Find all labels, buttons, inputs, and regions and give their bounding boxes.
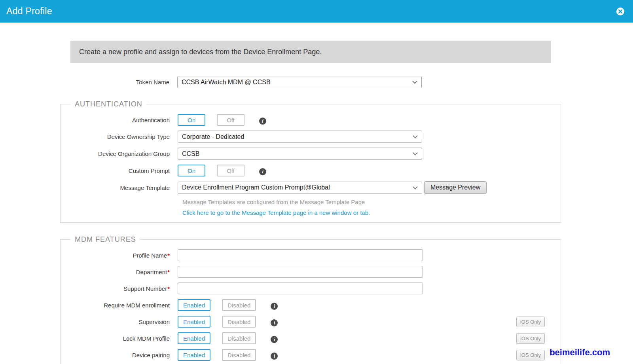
info-icon[interactable]: i bbox=[259, 118, 266, 125]
require-mdm-enrollment-row: Require MDM enrollment Enabled Disabled … bbox=[61, 299, 561, 311]
required-asterisk: * bbox=[167, 252, 170, 259]
token-name-label: Token Name bbox=[60, 79, 177, 85]
device-org-group-row: Device Organization Group CCSB bbox=[61, 148, 561, 160]
message-template-row: Message Template Device Enrollment Progr… bbox=[61, 181, 561, 194]
custom-prompt-label: Custom Prompt bbox=[61, 167, 178, 174]
authentication-label: Authentication bbox=[61, 117, 178, 123]
message-template-helper-text: Message Templates are configured from th… bbox=[61, 199, 561, 205]
profile-name-input[interactable] bbox=[178, 249, 423, 261]
device-ownership-row: Device Ownership Type Corporate - Dedica… bbox=[61, 131, 561, 143]
message-template-label: Message Template bbox=[61, 184, 178, 191]
support-number-label: Support Number* bbox=[61, 285, 178, 292]
message-template-link[interactable]: Click here to go to the Message Template… bbox=[61, 209, 561, 216]
info-icon[interactable]: i bbox=[259, 168, 266, 175]
info-banner: Create a new profile and assign to devic… bbox=[70, 41, 551, 63]
lock-mdm-disabled-button[interactable]: Disabled bbox=[222, 332, 256, 344]
authentication-on-button[interactable]: On bbox=[178, 114, 205, 126]
close-icon[interactable] bbox=[616, 7, 625, 16]
info-banner-text: Create a new profile and assign to devic… bbox=[79, 48, 322, 56]
message-template-select[interactable]: Device Enrollment Program Custom Prompt@… bbox=[178, 182, 422, 194]
authentication-row: Authentication On Off i bbox=[61, 114, 561, 126]
support-number-input[interactable] bbox=[178, 282, 423, 294]
device-org-group-selected-value: CCSB bbox=[182, 150, 199, 157]
supervision-row: Supervision Enabled Disabled i iOS Only bbox=[61, 316, 561, 328]
custom-prompt-row: Custom Prompt On Off i bbox=[61, 165, 561, 176]
support-number-row: Support Number* bbox=[61, 282, 561, 294]
lock-mdm-profile-label: Lock MDM Profile bbox=[61, 335, 178, 342]
require-mdm-disabled-button[interactable]: Disabled bbox=[222, 299, 256, 311]
mdm-features-legend: MDM FEATURES bbox=[71, 235, 140, 244]
device-ownership-label: Device Ownership Type bbox=[61, 133, 178, 140]
watermark: beimeilife.com bbox=[550, 347, 610, 358]
info-icon[interactable]: i bbox=[271, 319, 278, 326]
device-pairing-disabled-button[interactable]: Disabled bbox=[222, 349, 256, 361]
lock-mdm-enabled-button[interactable]: Enabled bbox=[178, 332, 210, 344]
department-row: Department* bbox=[61, 266, 561, 278]
required-asterisk: * bbox=[167, 285, 170, 292]
require-mdm-enabled-button[interactable]: Enabled bbox=[178, 299, 210, 311]
message-preview-button[interactable]: Message Preview bbox=[424, 181, 487, 194]
profile-name-label: Profile Name* bbox=[61, 252, 178, 259]
ios-only-badge: iOS Only bbox=[516, 350, 545, 360]
info-icon[interactable]: i bbox=[271, 303, 278, 310]
ios-only-badge: iOS Only bbox=[516, 333, 545, 344]
authentication-section: AUTHENTICATION Authentication On Off i D… bbox=[60, 100, 561, 223]
supervision-disabled-button[interactable]: Disabled bbox=[222, 316, 256, 328]
profile-name-row: Profile Name* bbox=[61, 249, 561, 261]
lock-mdm-profile-row: Lock MDM Profile Enabled Disabled i iOS … bbox=[61, 332, 561, 344]
ios-only-badge: iOS Only bbox=[516, 317, 545, 327]
supervision-label: Supervision bbox=[61, 318, 178, 325]
require-mdm-enrollment-label: Require MDM enrollment bbox=[61, 302, 178, 309]
required-asterisk: * bbox=[167, 269, 170, 275]
mdm-features-section: MDM FEATURES Profile Name* Department* S… bbox=[60, 235, 561, 364]
custom-prompt-on-button[interactable]: On bbox=[178, 165, 205, 176]
message-template-selected-value: Device Enrollment Program Custom Prompt@… bbox=[182, 184, 330, 191]
chevron-down-icon bbox=[412, 79, 417, 84]
department-input[interactable] bbox=[178, 266, 423, 278]
token-name-select[interactable]: CCSB AirWatch MDM @ CCSB bbox=[177, 76, 422, 88]
form-content: Token Name CCSB AirWatch MDM @ CCSB AUTH… bbox=[60, 76, 561, 364]
device-pairing-enabled-button[interactable]: Enabled bbox=[178, 349, 210, 361]
device-org-group-select[interactable]: CCSB bbox=[178, 148, 422, 160]
device-ownership-selected-value: Corporate - Dedicated bbox=[182, 133, 244, 140]
token-name-row: Token Name CCSB AirWatch MDM @ CCSB bbox=[60, 76, 561, 88]
header-bar: Add Profile bbox=[0, 0, 633, 23]
department-label: Department* bbox=[61, 269, 178, 275]
info-icon[interactable]: i bbox=[271, 336, 278, 343]
chevron-down-icon bbox=[413, 184, 418, 190]
token-name-selected-value: CCSB AirWatch MDM @ CCSB bbox=[182, 79, 271, 86]
page-title: Add Profile bbox=[6, 6, 52, 17]
authentication-legend: AUTHENTICATION bbox=[71, 100, 146, 108]
department-label-text: Department bbox=[136, 269, 167, 275]
chevron-down-icon bbox=[413, 150, 418, 155]
supervision-enabled-button[interactable]: Enabled bbox=[178, 316, 210, 328]
info-icon[interactable]: i bbox=[271, 353, 278, 360]
device-pairing-label: Device pairing bbox=[61, 352, 178, 358]
profile-name-label-text: Profile Name bbox=[133, 252, 167, 259]
device-org-group-label: Device Organization Group bbox=[61, 150, 178, 157]
chevron-down-icon bbox=[413, 133, 418, 138]
device-ownership-select[interactable]: Corporate - Dedicated bbox=[178, 131, 422, 143]
support-number-label-text: Support Number bbox=[123, 285, 167, 292]
custom-prompt-off-button[interactable]: Off bbox=[217, 165, 244, 176]
authentication-off-button[interactable]: Off bbox=[217, 114, 244, 126]
device-pairing-row: Device pairing Enabled Disabled i iOS On… bbox=[61, 349, 561, 361]
